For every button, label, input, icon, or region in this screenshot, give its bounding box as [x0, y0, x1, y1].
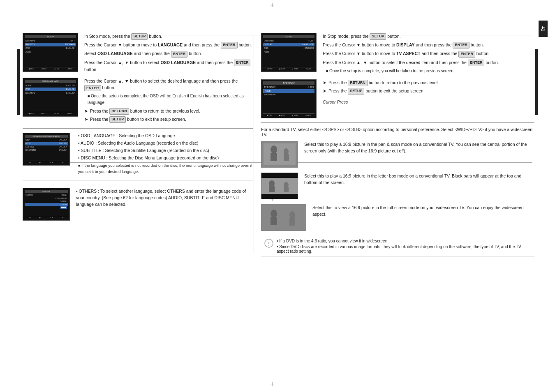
crosshair-bottom [271, 382, 278, 389]
arrow-item-1: ➤ Press the RETURN button to return to t… [84, 108, 253, 115]
right-column: SETUP Disc Menu: OFF DISPLAY: LANGUAGE O… [261, 33, 534, 256]
return-btn-r1: RETURN [348, 80, 368, 86]
letterbox-svg [261, 178, 298, 194]
arrow-item-r2: ➤ Press the SETUP button to exit the set… [323, 88, 534, 95]
svg-rect-1 [264, 143, 296, 165]
tv-note-box: • If a DVD is in the 4:3 ratio, you cann… [261, 236, 534, 256]
tv-wide-block: Select this to view a 16:9 picture in th… [261, 204, 534, 231]
arrow-item-r1: ➤ Press the RETURN button to return to t… [323, 79, 534, 86]
note-svg [264, 239, 273, 248]
note-line-1: • If a DVD is in the 4:3 ratio, you cann… [277, 239, 531, 243]
screen-row-1: Disc Menu: OFF [25, 39, 76, 43]
page-number: 41 [539, 21, 548, 37]
tv-image-panscan [261, 141, 298, 168]
note-text: • If a DVD is in the 4:3 ratio, you cann… [277, 239, 531, 254]
others-row-1: SUBTITLEITALIAN [25, 194, 68, 197]
enter-btn-1: ENTER [221, 42, 238, 48]
arrow-item-2: ➤ Press the SETUP button to exit the set… [84, 116, 253, 123]
osd-item-2: AUDIO : Selecting the Audio Language (re… [78, 140, 253, 147]
osd-note: If the language you selected is not reco… [78, 163, 253, 175]
section-div-r1 [261, 122, 534, 123]
svg-point-11 [271, 210, 277, 218]
svg-rect-7 [269, 186, 275, 192]
v-divider [254, 35, 254, 253]
setup-btn-2: SETUP [109, 116, 126, 123]
tv-aspect-section: For a standard TV, select either <4:3PS>… [261, 127, 534, 256]
screen-row-r3: OSD: ENGLISH [263, 46, 314, 50]
tv-image-letterbox [261, 173, 298, 199]
svg-rect-9 [284, 187, 289, 192]
tv-panscan-block: Select this to play a 16:9 picture in th… [261, 141, 534, 168]
lang-instructions: In Stop mode, press the SETUP button. Pr… [84, 33, 253, 74]
screen-header-others: SUBTITLE [25, 190, 68, 193]
tv-aspect-intro: For a standard TV, select either <4:3PS>… [261, 127, 534, 137]
others-text: • OTHERS : To select another language, s… [76, 188, 253, 210]
screen-footer-r2: ◀PREV▶NEXT▲▼SEL↩BACK [263, 113, 314, 116]
osd-row-4: DISC MENU: ENGLISH [25, 149, 68, 152]
lang-setup-section: SETUP Disc Menu: OFF PARENTAL: LANGUAGE … [23, 33, 253, 74]
others-row-2: PORTUGUESE [25, 197, 68, 200]
tv-instructions-2: ➤ Press the RETURN button to return to t… [323, 79, 534, 106]
svg-point-13 [289, 211, 295, 219]
lang-instructions-2: Press the Cursor ▲, ▼ button to select t… [84, 78, 253, 124]
screen-header-r2: TV DISPLAY [263, 81, 314, 85]
screen-display-osd: OSD/AUDIO/SUBTITLE/DISC MENU OSDENGLISH … [23, 133, 70, 166]
osd-item-3: SUBTITLE : Selecting the Subtitle Langua… [78, 148, 253, 154]
screen-row-7: Disc MenuENGLISH [25, 91, 76, 95]
right-deco-bar [535, 49, 538, 115]
svg-rect-12 [271, 217, 277, 225]
tv-instructions: In Stop mode, press the SETUP button. Pr… [323, 33, 534, 76]
screen-display-1: SETUP Disc Menu: OFF PARENTAL: LANGUAGE … [23, 33, 78, 72]
cursor-press-label: Cursor Press [323, 99, 534, 105]
tv-letterbox-text: Select this to play a 16:9 picture in th… [304, 173, 534, 186]
others-row-4: OTHERS [25, 203, 68, 206]
osd-row-1: OSDENGLISH [25, 138, 68, 142]
screen-header-2: OSD LANGUAGE [25, 80, 76, 83]
screen-display-others: SUBTITLE SUBTITLEITALIAN PORTUGUESE TURK… [23, 188, 70, 221]
osd-footer: ◀▶▲▼↩ [25, 161, 68, 164]
setup-btn-1: SETUP [131, 33, 148, 40]
panscan-svg [261, 141, 298, 167]
note-line-2: • Since DVD discs are recorded in variou… [277, 244, 531, 254]
screen-row-r5: TV DISPLAY: 4:3PS [263, 85, 314, 89]
screen-row-3: OSD: ENGLISH [25, 46, 76, 50]
screen-header-1: SETUP [25, 35, 76, 38]
tv-note: Once the setup is complete, you will be … [326, 68, 534, 74]
setup-btn-r2: SETUP [348, 88, 364, 95]
screen-row-r2: DISPLAY: LANGUAGE [263, 43, 314, 46]
return-btn-1: RETURN [109, 108, 129, 115]
svg-point-2 [271, 145, 277, 154]
others-row-5: ■■■■■ [25, 206, 68, 209]
screen-footer-r1: ◀PREV▶NEXT▲▼SEL↩BACK [263, 67, 314, 70]
screen-display-2: OSD LANGUAGE AUDIOENGLISH OSDENGLISH Dis… [23, 78, 78, 117]
svg-rect-3 [271, 153, 277, 161]
letterbox-content [261, 178, 298, 194]
svg-point-8 [284, 182, 289, 188]
screen-row-8 [25, 95, 76, 96]
osd-bullet-list: OSD LANGUAGE : Selecting the OSD Languag… [78, 133, 253, 161]
letterbox-bar-bottom [261, 194, 298, 199]
section-div-1 [23, 128, 253, 129]
others-footer: ◀▶▲▼↩ [25, 216, 68, 219]
enter-btn-r1: ENTER [453, 42, 469, 48]
osd-row-2: AUDIOENGLISH [25, 142, 68, 145]
svg-rect-10 [261, 205, 306, 231]
enter-btn-r2: ENTER [458, 51, 475, 58]
screen-footer-2: ◀PREV▶NEXT▲▼SEL↩BACK [25, 112, 76, 115]
screen-display-right-2: TV DISPLAY TV DISPLAY: 4:3PS 4:3LB WIDE/… [261, 79, 317, 118]
svg-rect-5 [284, 154, 289, 161]
enter-btn-r3: ENTER [468, 60, 485, 66]
tv-panscan-text: Select this to play a 16:9 picture in th… [304, 141, 534, 154]
tv-image-wide [261, 204, 306, 231]
tv-image-panscan-inner [261, 141, 298, 167]
osd-row-3: SUBTITLE: ENGLISH [25, 145, 68, 149]
tv-letterbox-block: Select this to play a 16:9 picture in th… [261, 173, 534, 199]
lang-setup-section-2: OSD LANGUAGE AUDIOENGLISH OSDENGLISH Dis… [23, 78, 253, 124]
screen-row-4: Audio [25, 50, 76, 54]
crosshair-top [271, 3, 278, 10]
tv-setup-section-2: TV DISPLAY TV DISPLAY: 4:3PS 4:3LB WIDE/… [261, 79, 534, 118]
enter-btn-3: ENTER [234, 60, 251, 66]
screen-display-right-1: SETUP Disc Menu: OFF DISPLAY: LANGUAGE O… [261, 33, 317, 72]
osd-item-4: DISC MENU : Selecting the Disc Menu Lang… [78, 155, 253, 161]
section-div-2 [23, 180, 253, 180]
